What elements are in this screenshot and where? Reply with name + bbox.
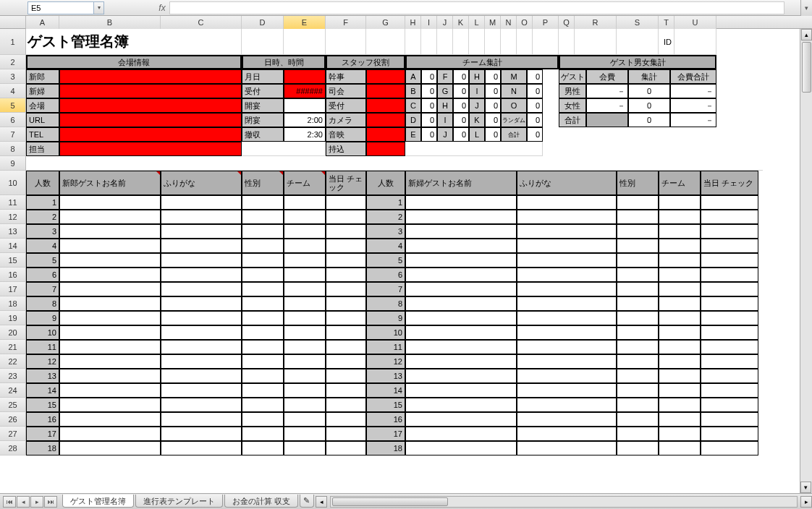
staff-label[interactable]: 司会 xyxy=(326,84,366,98)
guest-team-left[interactable] xyxy=(284,224,326,239)
guest-gender-left[interactable] xyxy=(242,296,284,311)
guest-gender-right[interactable] xyxy=(617,383,659,398)
guest-gender-right[interactable] xyxy=(617,369,659,383)
col-header-C[interactable]: C xyxy=(161,16,242,29)
guest-furigana-left[interactable] xyxy=(161,253,242,268)
guest-check-right[interactable] xyxy=(701,268,758,282)
staff-label[interactable]: 幹事 xyxy=(326,69,366,84)
section-team[interactable]: チーム集計 xyxy=(405,55,559,69)
guest-check-left[interactable] xyxy=(326,427,366,441)
row-header[interactable]: 2 xyxy=(0,55,26,69)
guest-team-left[interactable] xyxy=(284,412,326,427)
cell[interactable] xyxy=(469,29,485,55)
staff-label[interactable]: 音映 xyxy=(326,127,366,142)
gender-row-label[interactable]: 女性 xyxy=(559,98,586,113)
team-cell[interactable]: M xyxy=(501,69,527,84)
row-header[interactable]: 18 xyxy=(0,296,26,311)
sheet-tab[interactable]: お金の計算 収支 xyxy=(224,495,298,508)
col-team-right[interactable]: チーム xyxy=(659,171,701,195)
team-cell[interactable]: 0 xyxy=(453,113,469,127)
guest-team-right[interactable] xyxy=(659,210,701,224)
gender-fee[interactable]: － xyxy=(586,98,628,113)
guest-num-right[interactable]: 17 xyxy=(366,427,405,441)
guest-name-left[interactable] xyxy=(59,441,161,455)
guest-name-left[interactable] xyxy=(59,296,161,311)
guest-check-right[interactable] xyxy=(701,383,758,398)
guest-check-right[interactable] xyxy=(701,441,758,455)
guest-team-left[interactable] xyxy=(284,282,326,296)
guest-num-left[interactable]: 8 xyxy=(26,296,59,311)
cell[interactable] xyxy=(543,98,559,113)
guest-gender-left[interactable] xyxy=(242,282,284,296)
guest-name-right[interactable] xyxy=(405,296,517,311)
guest-furigana-right[interactable] xyxy=(517,296,617,311)
name-box-dropdown[interactable]: ▾ xyxy=(94,1,104,14)
guest-furigana-right[interactable] xyxy=(517,282,617,296)
cell[interactable] xyxy=(326,29,366,55)
team-cell[interactable]: 0 xyxy=(453,127,469,142)
col-people-right[interactable]: 人数 xyxy=(366,171,405,195)
guest-team-right[interactable] xyxy=(659,239,701,253)
guest-furigana-left[interactable] xyxy=(161,427,242,441)
cell[interactable] xyxy=(543,113,559,127)
guest-num-left[interactable]: 1 xyxy=(26,195,59,210)
vscroll-thumb[interactable] xyxy=(802,42,811,93)
guest-gender-right[interactable] xyxy=(617,311,659,325)
guest-name-left[interactable] xyxy=(59,210,161,224)
guest-furigana-right[interactable] xyxy=(517,427,617,441)
team-cell[interactable]: H xyxy=(437,98,453,113)
guest-check-right[interactable] xyxy=(701,195,758,210)
cell[interactable] xyxy=(284,29,326,55)
guest-num-left[interactable]: 13 xyxy=(26,369,59,383)
guest-check-right[interactable] xyxy=(701,354,758,369)
tab-first-button[interactable]: ⏮ xyxy=(3,496,16,508)
guest-team-right[interactable] xyxy=(659,224,701,239)
guest-name-left[interactable] xyxy=(59,311,161,325)
guest-gender-left[interactable] xyxy=(242,311,284,325)
team-cell[interactable]: 0 xyxy=(421,84,437,98)
team-cell[interactable]: ランダム xyxy=(501,113,527,127)
col-header-L[interactable]: L xyxy=(469,16,485,29)
datetime-value[interactable]: ###### xyxy=(284,84,326,98)
guest-num-right[interactable]: 2 xyxy=(366,210,405,224)
col-header-Q[interactable]: Q xyxy=(559,16,575,29)
guest-gender-right[interactable] xyxy=(617,239,659,253)
team-cell[interactable]: 0 xyxy=(421,127,437,142)
col-header-U[interactable]: U xyxy=(674,16,716,29)
col-check-left[interactable]: 当日 チェック xyxy=(326,171,366,195)
venue-label[interactable]: 担当 xyxy=(26,142,59,156)
guest-team-left[interactable] xyxy=(284,311,326,325)
row-header[interactable]: 26 xyxy=(0,412,26,427)
col-gender-right[interactable]: 性別 xyxy=(617,171,659,195)
guest-check-left[interactable] xyxy=(326,398,366,412)
gender-total[interactable]: － xyxy=(670,84,716,98)
team-cell[interactable]: 0 xyxy=(527,127,543,142)
guest-furigana-right[interactable] xyxy=(517,354,617,369)
guest-name-right[interactable] xyxy=(405,383,517,398)
gender-count[interactable]: 0 xyxy=(628,98,670,113)
guest-name-left[interactable] xyxy=(59,427,161,441)
cell[interactable] xyxy=(421,29,437,55)
guest-team-left[interactable] xyxy=(284,296,326,311)
guest-check-right[interactable] xyxy=(701,369,758,383)
guest-furigana-right[interactable] xyxy=(517,369,617,383)
guest-num-right[interactable]: 13 xyxy=(366,369,405,383)
guest-name-left[interactable] xyxy=(59,268,161,282)
guest-gender-left[interactable] xyxy=(242,253,284,268)
guest-furigana-right[interactable] xyxy=(517,224,617,239)
team-cell[interactable]: E xyxy=(405,127,421,142)
guest-furigana-left[interactable] xyxy=(161,441,242,455)
guest-num-right[interactable]: 10 xyxy=(366,325,405,340)
guest-furigana-left[interactable] xyxy=(161,239,242,253)
team-cell[interactable]: 0 xyxy=(527,113,543,127)
venue-value[interactable] xyxy=(59,69,242,84)
gender-header[interactable]: 会費合計 xyxy=(670,69,716,84)
guest-num-left[interactable]: 11 xyxy=(26,340,59,354)
guest-name-left[interactable] xyxy=(59,354,161,369)
team-cell[interactable]: 0 xyxy=(421,98,437,113)
guest-furigana-left[interactable] xyxy=(161,296,242,311)
datetime-value[interactable]: 2:00 xyxy=(284,113,326,127)
guest-check-left[interactable] xyxy=(326,195,366,210)
guest-furigana-right[interactable] xyxy=(517,398,617,412)
guest-num-right[interactable]: 11 xyxy=(366,340,405,354)
